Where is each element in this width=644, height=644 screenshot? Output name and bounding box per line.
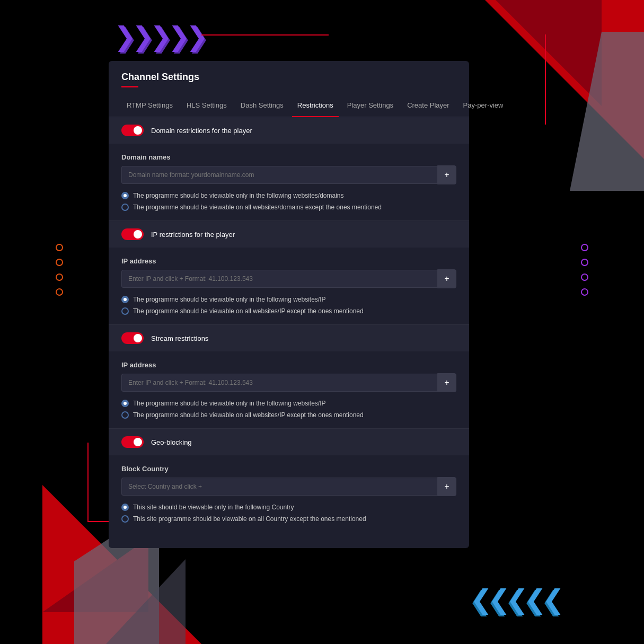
panel-title: Channel Settings (121, 72, 456, 83)
circles-left-decoration (56, 244, 63, 296)
ip-player-radio-2-circle (121, 307, 129, 315)
stream-radio-group: The programme should be viewable only in… (121, 400, 456, 419)
stream-toggle-slider (121, 332, 144, 344)
domain-radio-1-circle (121, 192, 129, 199)
ip-player-input[interactable] (121, 270, 437, 288)
panel-header: Channel Settings (109, 61, 469, 87)
geo-radio-group: This site should be viewable only in the… (121, 504, 456, 523)
domain-radio-group: The programme should be viewable only in… (121, 192, 456, 211)
ip-player-radio-1-circle (121, 296, 129, 303)
tab-create-player[interactable]: Create Player (402, 94, 454, 117)
geo-toggle-label: Geo-blocking (151, 438, 192, 446)
geo-radio-2-label: This site programme should be viewable o… (133, 515, 366, 523)
stream-radio-1-label: The programme should be viewable only in… (133, 400, 326, 407)
stream-input[interactable] (121, 374, 437, 392)
domain-toggle-slider (121, 125, 144, 136)
ip-player-radio-2-label: The programme should be viewable on all … (133, 307, 364, 315)
ip-player-add-button[interactable]: + (437, 269, 456, 288)
domain-radio-2-label: The programme should be viewable on all … (133, 204, 382, 211)
stream-add-button[interactable]: + (437, 373, 456, 392)
geo-input[interactable] (121, 478, 437, 496)
stream-section-body: IP address + The programme should be vie… (109, 351, 469, 428)
geo-radio-1[interactable]: This site should be viewable only in the… (121, 504, 456, 511)
domain-section-header: Domain restrictions for the player (109, 117, 469, 144)
stream-toggle-label: Stream restrictions (151, 334, 208, 342)
circle-dot-purple-3 (581, 274, 588, 281)
geo-section-header: Geo-blocking (109, 429, 469, 455)
circles-right-decoration (581, 244, 588, 296)
stream-input-row: + (121, 373, 456, 392)
domain-radio-1[interactable]: The programme should be viewable only in… (121, 192, 456, 199)
ip-player-radio-group: The programme should be viewable only in… (121, 296, 456, 315)
tab-player-settings[interactable]: Player Settings (342, 94, 399, 117)
stream-radio-2[interactable]: The programme should be viewable on all … (121, 411, 456, 419)
domain-field-label: Domain names (121, 153, 456, 161)
tabs-bar: RTMP Settings HLS Settings Dash Settings… (109, 94, 469, 117)
domain-radio-1-label: The programme should be viewable only in… (133, 192, 344, 199)
tab-hls[interactable]: HLS Settings (181, 94, 232, 117)
ip-player-field-label: IP address (121, 257, 456, 265)
circle-dot-purple-2 (581, 259, 588, 266)
domain-input-row: + (121, 165, 456, 184)
tab-rtmp[interactable]: RTMP Settings (121, 94, 178, 117)
ip-player-section-body: IP address + The programme should be vie… (109, 248, 469, 324)
arrow-left-decoration: ❯❯❯❯❯ (474, 584, 564, 615)
domain-radio-2-circle (121, 204, 129, 211)
title-underline (121, 86, 138, 87)
circle-dot-4 (56, 288, 63, 296)
circle-dot-purple-4 (581, 288, 588, 296)
domain-input[interactable] (121, 166, 437, 184)
tab-restrictions[interactable]: Restrictions (292, 94, 339, 117)
geo-add-button[interactable]: + (437, 477, 456, 496)
line-decoration-bottom-left (87, 443, 89, 522)
ip-player-input-row: + (121, 269, 456, 288)
geo-field-label: Block Country (121, 465, 456, 473)
ip-player-radio-1-label: The programme should be viewable only in… (133, 296, 326, 303)
geo-radio-1-circle (121, 504, 129, 511)
ip-player-toggle-slider (121, 228, 144, 240)
domain-toggle[interactable] (121, 125, 144, 136)
arrow-right-decoration: ❯❯❯❯❯ (114, 21, 204, 52)
stream-radio-1-circle (121, 400, 129, 407)
geo-section-body: Block Country + This site should be view… (109, 455, 469, 532)
circle-dot-purple-1 (581, 244, 588, 251)
ip-player-section-header: IP restrictions for the player (109, 221, 469, 248)
geo-radio-2[interactable]: This site programme should be viewable o… (121, 515, 456, 523)
content-area: Domain restrictions for the player Domai… (109, 117, 469, 532)
tab-ppv[interactable]: Pay-per-view (458, 94, 509, 117)
domain-section-body: Domain names + The programme should be v… (109, 144, 469, 220)
geo-radio-1-label: This site should be viewable only in the… (133, 504, 294, 511)
channel-settings-panel: Channel Settings RTMP Settings HLS Setti… (109, 61, 469, 548)
geo-toggle-slider (121, 436, 144, 448)
circle-dot-1 (56, 244, 63, 251)
ip-player-radio-2[interactable]: The programme should be viewable on all … (121, 307, 456, 315)
stream-radio-2-label: The programme should be viewable on all … (133, 411, 364, 419)
tab-dash[interactable]: Dash Settings (235, 94, 289, 117)
ip-player-radio-1[interactable]: The programme should be viewable only in… (121, 296, 456, 303)
stream-radio-1[interactable]: The programme should be viewable only in… (121, 400, 456, 407)
stream-toggle[interactable] (121, 332, 144, 344)
geo-radio-2-circle (121, 515, 129, 523)
stream-section-header: Stream restrictions (109, 325, 469, 351)
line-decoration-right (545, 34, 546, 125)
ip-player-toggle-label: IP restrictions for the player (151, 231, 235, 239)
geo-toggle[interactable] (121, 436, 144, 448)
circle-dot-3 (56, 274, 63, 281)
domain-toggle-label: Domain restrictions for the player (151, 127, 252, 135)
ip-player-toggle[interactable] (121, 228, 144, 240)
domain-radio-2[interactable]: The programme should be viewable on all … (121, 204, 456, 211)
domain-add-button[interactable]: + (437, 165, 456, 184)
stream-field-label: IP address (121, 361, 456, 369)
geo-input-row: + (121, 477, 456, 496)
line-decoration-top (201, 34, 329, 36)
stream-radio-2-circle (121, 411, 129, 419)
circle-dot-2 (56, 259, 63, 266)
